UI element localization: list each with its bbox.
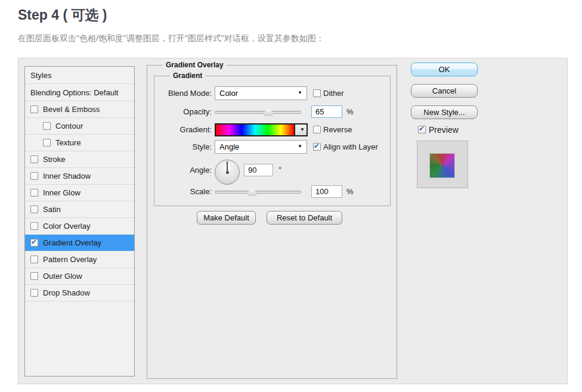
style-item-texture-label: Texture bbox=[55, 138, 81, 147]
layer-style-dialog: Styles Blending Options: Default Bevel &… bbox=[18, 58, 568, 384]
blend-mode-select[interactable]: Color ▼ bbox=[215, 86, 307, 100]
reverse-label: Reverse bbox=[323, 125, 352, 134]
gradient-overlay-group-title: Gradient Overlay bbox=[163, 61, 227, 69]
style-item-inner-glow-label: Inner Glow bbox=[43, 188, 81, 197]
page-title: Step 4 ( 可选 ) bbox=[18, 6, 107, 24]
style-item-color-overlay[interactable]: Color Overlay bbox=[25, 218, 134, 235]
opacity-unit: % bbox=[346, 107, 354, 116]
gradient-swatch[interactable] bbox=[216, 125, 294, 135]
gradient-picker[interactable]: ▼ bbox=[215, 123, 308, 136]
preview-checkbox[interactable] bbox=[418, 126, 426, 133]
styles-list-header: Styles bbox=[25, 67, 134, 84]
gradient-label: Gradient: bbox=[154, 125, 212, 134]
angle-dial[interactable] bbox=[215, 160, 240, 185]
opacity-slider-track[interactable] bbox=[215, 111, 301, 114]
style-select[interactable]: Angle ▼ bbox=[215, 140, 307, 154]
gradient-group: Gradient Blend Mode: Color ▼ Dither Opac… bbox=[154, 76, 391, 206]
reverse-checkbox[interactable] bbox=[313, 126, 321, 133]
make-default-button[interactable]: Make Default bbox=[197, 211, 256, 225]
style-item-gradient-overlay[interactable]: Gradient Overlay bbox=[25, 235, 134, 251]
new-style-button[interactable]: New Style... bbox=[411, 105, 478, 119]
scale-slider-thumb[interactable] bbox=[247, 188, 256, 196]
cancel-button[interactable]: Cancel bbox=[411, 84, 478, 98]
angle-dial-hub bbox=[226, 171, 229, 174]
chevron-down-icon: ▼ bbox=[298, 90, 302, 96]
angle-unit: ° bbox=[278, 165, 281, 174]
style-item-bevel-emboss-checkbox[interactable] bbox=[30, 105, 38, 113]
style-item-texture[interactable]: Texture bbox=[25, 135, 134, 151]
style-item-contour-label: Contour bbox=[55, 122, 83, 130]
dither-label: Dither bbox=[323, 89, 344, 98]
style-item-stroke-checkbox[interactable] bbox=[30, 155, 38, 163]
gradient-overlay-group: Gradient Overlay Gradient Blend Mode: Co… bbox=[147, 65, 397, 379]
style-item-inner-shadow-checkbox[interactable] bbox=[30, 172, 38, 180]
opacity-slider[interactable] bbox=[215, 107, 301, 117]
style-item-drop-shadow-label: Drop Shadow bbox=[43, 288, 90, 297]
opacity-label: Opacity: bbox=[154, 107, 212, 116]
chevron-down-icon: ▼ bbox=[298, 144, 302, 150]
scale-input[interactable] bbox=[311, 185, 342, 198]
style-value: Angle bbox=[219, 142, 239, 151]
style-item-inner-shadow-label: Inner Shadow bbox=[43, 172, 91, 181]
style-item-drop-shadow-checkbox[interactable] bbox=[30, 289, 38, 297]
intro-text: 在图层面板双击"色相/饱和度"调整图层，打开"图层样式"对话框，设置其参数如图： bbox=[18, 33, 324, 44]
opacity-input[interactable] bbox=[311, 105, 342, 118]
angle-label: Angle: bbox=[154, 166, 212, 175]
chevron-down-icon: ▼ bbox=[300, 127, 305, 133]
align-with-layer-checkbox[interactable] bbox=[313, 143, 321, 151]
reset-default-button[interactable]: Reset to Default bbox=[267, 211, 342, 225]
gradient-dropdown-button[interactable]: ▼ bbox=[294, 125, 307, 135]
style-item-satin-label: Satin bbox=[43, 205, 61, 214]
tutorial-page: Step 4 ( 可选 ) 在图层面板双击"色相/饱和度"调整图层，打开"图层样… bbox=[0, 0, 582, 392]
style-item-color-overlay-checkbox[interactable] bbox=[30, 222, 38, 230]
style-item-stroke-label: Stroke bbox=[43, 155, 66, 164]
blending-options-item[interactable]: Blending Options: Default bbox=[25, 84, 134, 101]
scale-label: Scale: bbox=[154, 187, 212, 196]
align-with-layer-label: Align with Layer bbox=[323, 142, 378, 151]
style-item-color-overlay-label: Color Overlay bbox=[43, 222, 90, 231]
scale-slider[interactable] bbox=[215, 187, 301, 197]
opacity-slider-thumb[interactable] bbox=[264, 108, 273, 116]
angle-input[interactable] bbox=[244, 164, 273, 176]
style-item-outer-glow[interactable]: Outer Glow bbox=[25, 268, 134, 285]
style-item-outer-glow-checkbox[interactable] bbox=[30, 272, 38, 280]
style-item-inner-shadow[interactable]: Inner Shadow bbox=[25, 168, 134, 185]
styles-list: Styles Blending Options: Default Bevel &… bbox=[24, 66, 135, 377]
style-item-pattern-overlay-label: Pattern Overlay bbox=[43, 255, 97, 264]
preview-panel bbox=[417, 141, 468, 188]
style-item-contour[interactable]: Contour bbox=[25, 118, 134, 135]
style-item-bevel-emboss[interactable]: Bevel & Emboss bbox=[25, 101, 134, 118]
scale-slider-track[interactable] bbox=[215, 191, 301, 194]
gradient-group-title: Gradient bbox=[170, 71, 205, 80]
style-item-pattern-overlay-checkbox[interactable] bbox=[30, 256, 38, 263]
preview-label: Preview bbox=[429, 125, 459, 135]
style-item-pattern-overlay[interactable]: Pattern Overlay bbox=[25, 251, 134, 268]
blend-mode-label: Blend Mode: bbox=[154, 89, 212, 98]
style-item-satin-checkbox[interactable] bbox=[30, 206, 38, 213]
preview-thumbnail bbox=[429, 153, 455, 178]
style-item-contour-checkbox[interactable] bbox=[43, 122, 51, 130]
style-item-bevel-emboss-label: Bevel & Emboss bbox=[43, 105, 100, 114]
style-label: Style: bbox=[154, 142, 212, 151]
style-item-gradient-overlay-checkbox[interactable] bbox=[30, 239, 38, 247]
style-item-texture-checkbox[interactable] bbox=[43, 139, 51, 147]
scale-unit: % bbox=[346, 187, 354, 196]
ok-button[interactable]: OK bbox=[411, 63, 478, 76]
style-item-outer-glow-label: Outer Glow bbox=[43, 272, 82, 281]
style-item-stroke[interactable]: Stroke bbox=[25, 151, 134, 168]
style-item-drop-shadow[interactable]: Drop Shadow bbox=[25, 285, 134, 301]
style-item-inner-glow-checkbox[interactable] bbox=[30, 189, 38, 197]
dither-checkbox[interactable] bbox=[313, 89, 321, 97]
blend-mode-value: Color bbox=[219, 89, 238, 98]
styles-list-items: Bevel & EmbossContourTextureStrokeInner … bbox=[25, 101, 134, 301]
style-item-gradient-overlay-label: Gradient Overlay bbox=[43, 238, 101, 247]
style-item-inner-glow[interactable]: Inner Glow bbox=[25, 185, 134, 201]
style-item-satin[interactable]: Satin bbox=[25, 201, 134, 218]
